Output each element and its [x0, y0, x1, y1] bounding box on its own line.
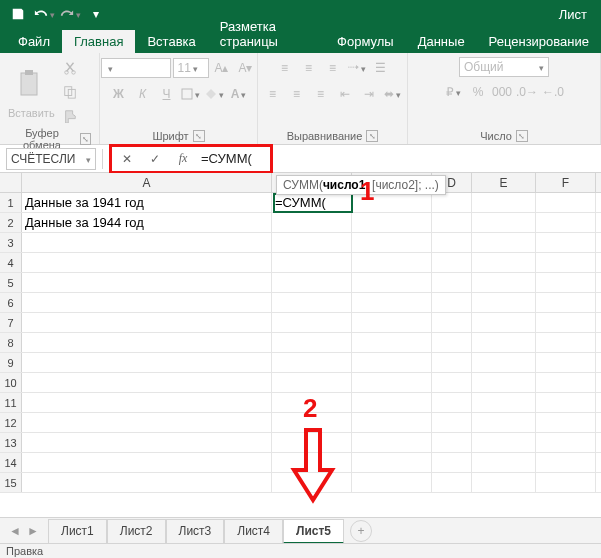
cell-D1[interactable] [432, 193, 472, 212]
paste-button[interactable] [13, 65, 49, 105]
formula-input[interactable] [197, 148, 269, 170]
cell-B9[interactable] [272, 353, 352, 372]
cell-C15[interactable] [352, 473, 432, 492]
cell-F13[interactable] [536, 433, 596, 452]
cell-F3[interactable] [536, 233, 596, 252]
cell-E4[interactable] [472, 253, 536, 272]
cell-A7[interactable] [22, 313, 272, 332]
cell-B2[interactable] [272, 213, 352, 232]
cell-D14[interactable] [432, 453, 472, 472]
cell-F7[interactable] [536, 313, 596, 332]
align-bottom-button[interactable]: ≡ [322, 57, 344, 79]
cell-C6[interactable] [352, 293, 432, 312]
number-format-combo[interactable]: Общий [459, 57, 549, 77]
row-header[interactable]: 9 [0, 353, 22, 372]
cell-E3[interactable] [472, 233, 536, 252]
decrease-indent-button[interactable]: ⇤ [334, 83, 356, 105]
cell-B10[interactable] [272, 373, 352, 392]
row-header[interactable]: 2 [0, 213, 22, 232]
cell-A8[interactable] [22, 333, 272, 352]
cell-A3[interactable] [22, 233, 272, 252]
cell-A4[interactable] [22, 253, 272, 272]
row-header[interactable]: 14 [0, 453, 22, 472]
cell-F11[interactable] [536, 393, 596, 412]
underline-button[interactable]: Ч [156, 83, 178, 105]
cell-E5[interactable] [472, 273, 536, 292]
row-header[interactable]: 13 [0, 433, 22, 452]
sheet-tab-Лист2[interactable]: Лист2 [107, 519, 166, 544]
cell-F10[interactable] [536, 373, 596, 392]
italic-button[interactable]: К [132, 83, 154, 105]
increase-decimal-button[interactable]: .0→ [515, 81, 539, 103]
cell-D6[interactable] [432, 293, 472, 312]
insert-function-button[interactable]: fx [169, 148, 197, 170]
cell-A14[interactable] [22, 453, 272, 472]
row-header[interactable]: 1 [0, 193, 22, 212]
decrease-font-button[interactable]: A▾ [235, 57, 257, 79]
increase-font-button[interactable]: A▴ [211, 57, 233, 79]
cell-E10[interactable] [472, 373, 536, 392]
cell-E7[interactable] [472, 313, 536, 332]
percent-button[interactable]: % [467, 81, 489, 103]
cell-F9[interactable] [536, 353, 596, 372]
cell-F15[interactable] [536, 473, 596, 492]
cell-F14[interactable] [536, 453, 596, 472]
font-launcher[interactable]: ⤡ [193, 130, 205, 142]
sheet-tab-Лист3[interactable]: Лист3 [166, 519, 225, 544]
cell-A1[interactable]: Данные за 1941 год [22, 193, 272, 212]
cell-C3[interactable] [352, 233, 432, 252]
cell-E12[interactable] [472, 413, 536, 432]
tab-insert[interactable]: Вставка [135, 30, 207, 53]
cell-D11[interactable] [432, 393, 472, 412]
cell-A15[interactable] [22, 473, 272, 492]
sheet-tab-Лист1[interactable]: Лист1 [48, 519, 107, 544]
bold-button[interactable]: Ж [108, 83, 130, 105]
orientation-button[interactable]: ⭬ [346, 57, 368, 79]
cell-D10[interactable] [432, 373, 472, 392]
cancel-formula-button[interactable]: ✕ [113, 148, 141, 170]
wrap-text-button[interactable]: ☰ [370, 57, 392, 79]
select-all-corner[interactable] [0, 173, 22, 192]
col-header-E[interactable]: E [472, 173, 536, 192]
tab-review[interactable]: Рецензирование [477, 30, 601, 53]
cell-E11[interactable] [472, 393, 536, 412]
font-color-button[interactable]: A [228, 83, 250, 105]
cell-B1[interactable]: =СУММ( [272, 193, 352, 212]
row-header[interactable]: 3 [0, 233, 22, 252]
cell-D5[interactable] [432, 273, 472, 292]
cell-C14[interactable] [352, 453, 432, 472]
redo-button[interactable] [58, 3, 82, 25]
cell-F5[interactable] [536, 273, 596, 292]
cell-A2[interactable]: Данные за 1944 год [22, 213, 272, 232]
cell-D13[interactable] [432, 433, 472, 452]
cell-F12[interactable] [536, 413, 596, 432]
col-header-F[interactable]: F [536, 173, 596, 192]
font-size-combo[interactable]: 11 [173, 58, 209, 78]
cell-D15[interactable] [432, 473, 472, 492]
qat-customize-icon[interactable]: ▾ [84, 3, 108, 25]
row-header[interactable]: 15 [0, 473, 22, 492]
cell-A5[interactable] [22, 273, 272, 292]
row-header[interactable]: 10 [0, 373, 22, 392]
undo-button[interactable] [32, 3, 56, 25]
cell-C12[interactable] [352, 413, 432, 432]
merge-button[interactable]: ⬌ [382, 83, 404, 105]
cell-E2[interactable] [472, 213, 536, 232]
cell-C2[interactable] [352, 213, 432, 232]
row-header[interactable]: 11 [0, 393, 22, 412]
tab-formulas[interactable]: Формулы [325, 30, 406, 53]
row-header[interactable]: 5 [0, 273, 22, 292]
cell-D8[interactable] [432, 333, 472, 352]
name-box[interactable]: СЧЁТЕСЛИ [6, 148, 96, 170]
col-header-A[interactable]: A [22, 173, 272, 192]
cell-F6[interactable] [536, 293, 596, 312]
cell-E1[interactable] [472, 193, 536, 212]
cell-F2[interactable] [536, 213, 596, 232]
cell-A12[interactable] [22, 413, 272, 432]
cell-C13[interactable] [352, 433, 432, 452]
add-sheet-button[interactable]: + [350, 520, 372, 542]
cell-D7[interactable] [432, 313, 472, 332]
cell-B4[interactable] [272, 253, 352, 272]
increase-indent-button[interactable]: ⇥ [358, 83, 380, 105]
copy-button[interactable] [59, 81, 81, 103]
